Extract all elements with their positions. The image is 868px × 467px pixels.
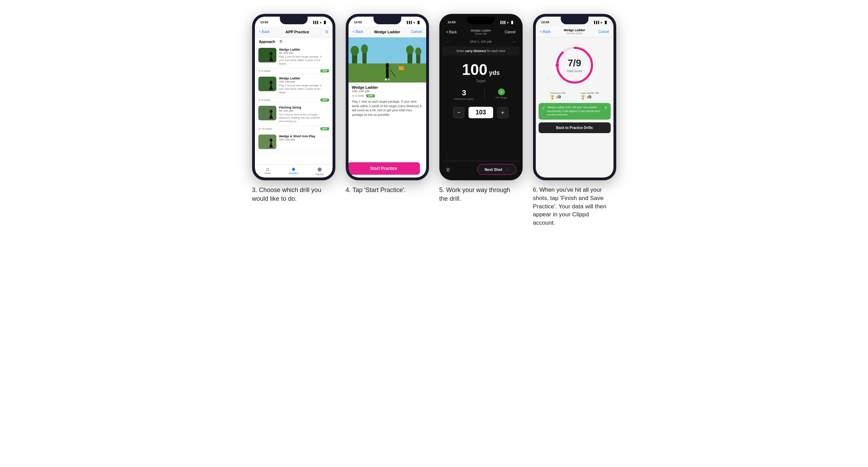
increment-button[interactable]: + — [497, 107, 508, 118]
fav-icon-practice[interactable]: ☆ — [420, 85, 423, 89]
start-practice-button[interactable]: Start Practice — [349, 162, 420, 175]
score-content: 7/9 Total Score Previous PB 🏆 -/9 — [536, 37, 613, 178]
drill-thumb-2 — [258, 77, 276, 91]
phone-4-cancel[interactable]: Cancel — [598, 30, 609, 34]
phone-2-column: 13:02 ▐▐▐ ▲ ▐▌ < Back Wedge Ladder Cance… — [346, 14, 429, 194]
svg-point-15 — [386, 63, 389, 66]
success-close-button[interactable]: ✕ — [604, 106, 607, 110]
number-display[interactable]: 103 — [469, 107, 493, 118]
practice-title-info: Wedge Ladder 100–140 yds — [352, 85, 378, 93]
drill-thumb-3 — [258, 106, 276, 120]
fav-icon-1[interactable]: ☆ — [326, 48, 329, 52]
phone-1-menu[interactable]: ☰ — [325, 30, 328, 34]
battery-icon-4: ▐▌ — [604, 21, 608, 24]
phone-2-back[interactable]: < Back — [353, 30, 363, 34]
metric-divider — [484, 88, 485, 101]
trophy-icon-2: 🏆 — [581, 95, 585, 100]
svg-rect-11 — [386, 68, 389, 74]
clock-icon-1: ◷ — [258, 69, 261, 72]
phone-1-column: 13:02 ▐▐▐ ▲ ▐▌ < Back APP Practice ☰ App… — [252, 14, 335, 203]
svg-point-3 — [351, 46, 359, 55]
number-input-row: − 103 + — [442, 103, 520, 122]
clock-icon-p: ◷ — [352, 94, 354, 97]
phone-1-category-label: Approach — [259, 40, 275, 44]
svg-point-20 — [556, 63, 559, 67]
phone-4-title-line2: 06 Mar 2023 — [564, 32, 585, 35]
shots-count-1: ◷ 9 shots — [258, 69, 271, 72]
phone-1-notch — [280, 17, 308, 24]
delete-icon[interactable]: 🗑 — [446, 167, 450, 172]
nav-activities[interactable]: ◆ Activities — [281, 166, 307, 175]
activities-label: Activities — [289, 172, 299, 174]
golfer-silhouette-4 — [269, 139, 274, 148]
phone-4-back[interactable]: < Back — [540, 30, 551, 34]
carry-instruction: Enter carry distance for each shot — [442, 46, 520, 55]
score-main: 7/9 — [567, 58, 582, 69]
back-to-drills-button[interactable]: Back to Practice Drills — [539, 122, 611, 133]
prev-pb-value: 🏆 -/9 — [550, 95, 565, 100]
score-text-overlay: 7/9 Total Score — [567, 58, 582, 73]
drill-thumb-1 — [258, 48, 276, 62]
phone-1-bottom-nav: ⌂ Home ◆ Activities ⊕ Capture — [255, 164, 333, 178]
phone-1-title: APP Practice — [285, 30, 309, 34]
phone-3-column: 13:03 ▐▐▐ ▲ ▐▌ < Back Wedge Ladder Score… — [439, 14, 523, 203]
drill-desc-3: Hit 1 shot at each of the 10 target dist… — [279, 113, 323, 123]
success-text: 'Wedge Ladder (100–140 yds)' was created… — [547, 106, 602, 117]
golf-scene-svg — [349, 37, 426, 83]
fav-icon-2[interactable]: ☆ — [326, 77, 329, 80]
phone-4-notch — [561, 17, 588, 24]
practice-image — [349, 37, 426, 83]
start-btn-container: Start Practice — [349, 159, 426, 178]
drill-footer-2: ◷ 9 shots APP — [255, 97, 333, 103]
shots-count-3: ◷ 10 shots — [258, 127, 272, 130]
caption-4: 6. When you've hit all your shots, tap '… — [533, 186, 609, 227]
phone-3-cancel[interactable]: Cancel — [505, 30, 515, 34]
prev-shot-arrow[interactable]: ← — [446, 39, 450, 44]
drill-name-1: Wedge Ladder — [279, 48, 323, 51]
phone-4-time: 13:03 — [541, 20, 549, 24]
app-badge-practice: APP — [366, 94, 375, 97]
nav-home[interactable]: ⌂ Home — [255, 166, 281, 175]
score-circle: 7/9 Total Score — [554, 44, 595, 86]
phone-1-nav: < Back APP Practice ☰ — [255, 26, 333, 37]
score-circle-container: 7/9 Total Score — [536, 37, 613, 89]
caption-2: 4. Tap 'Start Practice'. — [346, 186, 406, 194]
fav-icon-3[interactable]: ☆ — [326, 106, 329, 110]
hit-target-badge: ✓ — [498, 88, 505, 95]
nav-capture[interactable]: ⊕ Capture — [307, 166, 333, 175]
drill-info-1: Wedge Ladder 50–100 yds Play 1 shot at e… — [279, 48, 323, 65]
next-shot-arrow[interactable]: → — [511, 39, 516, 44]
phone-2-cancel[interactable]: Cancel — [411, 30, 422, 34]
difference-label: Difference (yds) — [454, 97, 474, 101]
svg-point-5 — [361, 44, 368, 53]
caption-1: 3. Choose which drill you would like to … — [252, 186, 328, 203]
golfer-silhouette-1 — [269, 52, 274, 61]
drill-item-1[interactable]: Wedge Ladder 50–100 yds Play 1 shot at e… — [255, 45, 333, 68]
phone-3-back[interactable]: < Back — [446, 30, 457, 34]
drill-info-4: Wedge & Short Iron Play 100–140 yds — [279, 135, 323, 141]
drill-item-4[interactable]: Wedge & Short Iron Play 100–140 yds ☆ — [255, 132, 333, 152]
hit-target-metric: ✓ Hit Target — [496, 88, 507, 101]
decrement-button[interactable]: − — [453, 107, 464, 118]
drill-item-3[interactable]: Pitching String 55–100 yds Hit 1 shot at… — [255, 103, 333, 126]
wifi-icon-2: ▲ — [413, 21, 415, 24]
caption-3: 5. Work your way through the drill. — [439, 186, 516, 203]
next-shot-button[interactable]: Next Shot → — [477, 164, 516, 175]
prev-pb-label: Previous PB — [550, 92, 565, 95]
phone-3-inner: 13:03 ▐▐▐ ▲ ▐▌ < Back Wedge Ladder Score… — [442, 17, 520, 178]
fav-icon-4[interactable]: ☆ — [326, 135, 329, 138]
wifi-icon-3: ▲ — [506, 21, 509, 24]
drill-thumb-img-3 — [258, 106, 276, 120]
phone-3-title-line1: Wedge Ladder — [471, 29, 491, 32]
golfer-silhouette-3 — [269, 110, 274, 119]
shot-bottom-bar: 🗑 Next Shot → — [442, 161, 520, 178]
drill-footer-3: ◷ 10 shots APP — [255, 126, 333, 132]
svg-rect-17 — [398, 66, 404, 67]
phone-2-nav: < Back Wedge Ladder Cancel — [349, 26, 426, 37]
drill-thumb-img-1 — [258, 48, 276, 62]
drill-info-3: Pitching String 55–100 yds Hit 1 shot at… — [279, 106, 323, 123]
drill-name-3: Pitching String — [279, 106, 323, 109]
drill-item-2[interactable]: Wedge Ladder 100–140 yds Play 1 shot at … — [255, 74, 333, 97]
target-value-row: 100 yds — [446, 61, 516, 78]
phone-1-back[interactable]: < Back — [259, 30, 270, 34]
